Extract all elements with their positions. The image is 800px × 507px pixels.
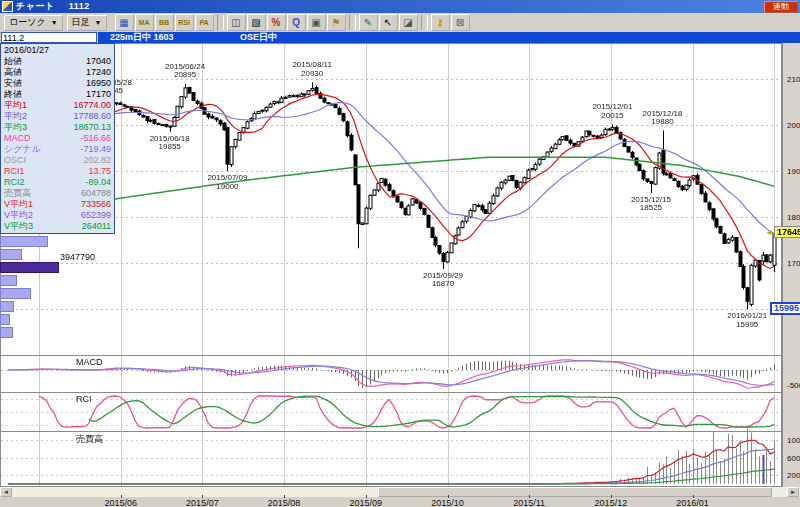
scrollbar-thumb[interactable] — [378, 487, 772, 497]
toolbar-icons: ▦MABBRSIPA◫▨%Q▣⚑✎↖◪⚷⊠ — [115, 14, 470, 31]
info-row-value: 17788.60 — [73, 111, 111, 122]
info-row-label: 売買高 — [4, 188, 31, 199]
chart-annotation: 2015/12/1819880 — [642, 110, 682, 127]
time-axis-tick — [284, 495, 285, 498]
vap-bar — [0, 249, 22, 260]
ma-indicator-icon[interactable]: MA — [135, 14, 154, 31]
time-axis-label: 2015/08 — [262, 498, 306, 507]
time-axis-tick — [448, 495, 449, 498]
dark-chart-icon[interactable]: ▨ — [247, 14, 266, 31]
cursor-icon[interactable]: ↖ — [379, 14, 398, 31]
zoom-icon[interactable]: Q — [287, 14, 306, 31]
info-row-value: 16774.00 — [73, 100, 111, 111]
pencil-icon[interactable]: ✎ — [359, 14, 378, 31]
info-row-value: 264011 — [82, 221, 111, 232]
pa-indicator-icon[interactable]: PA — [195, 14, 214, 31]
low-price-tag: 15995 — [770, 302, 800, 315]
toolbar-separator — [421, 15, 428, 30]
time-axis-label: 2015/07 — [180, 498, 224, 507]
period-label: 日足 — [72, 16, 90, 29]
chart-area[interactable]: 2016/01/27 始値17040高値17240安値16950終値17170平… — [0, 43, 782, 487]
time-axis-label: 2016/01 — [671, 498, 715, 507]
scroll-right-button[interactable]: ► — [787, 487, 799, 497]
info-row-value: 17240 — [86, 67, 111, 78]
price-axis-label: 17000 — [787, 259, 800, 268]
instrument-label: 225m日中 1603 — [110, 32, 174, 43]
macd-axis-label: -500 — [787, 381, 800, 390]
info-row: 終値17170 — [1, 89, 114, 100]
bb-indicator-icon[interactable]: BB — [155, 14, 174, 31]
vap-bar — [0, 236, 48, 247]
chart-annotation: 2015/12/0120015 — [592, 103, 632, 120]
symbol-input[interactable] — [1, 32, 97, 43]
eraser-icon[interactable]: ◪ — [399, 14, 418, 31]
window-title-text: チャート — [16, 1, 55, 11]
info-row: 平均116774.00 — [1, 100, 114, 111]
info-row-label: V平均1 — [4, 199, 33, 210]
info-row-value: -89.04 — [85, 177, 111, 188]
volume-axis-label: 600000 — [787, 454, 800, 463]
info-row-label: 平均2 — [4, 111, 27, 122]
vap-bar — [0, 314, 10, 325]
info-row: RCI113.75 — [1, 166, 114, 177]
compare-icon[interactable]: % — [267, 14, 286, 31]
frame-layout-icon[interactable]: ◫ — [227, 14, 246, 31]
vap-bar — [0, 275, 17, 286]
rsi-indicator-icon[interactable]: RSI — [175, 14, 194, 31]
chart-annotation: 2016/01/2115995 — [727, 312, 767, 329]
scroll-left-button[interactable]: ◄ — [0, 487, 12, 497]
link-toggle-button[interactable]: 連動 — [764, 1, 798, 13]
chart-type-label: ローソク — [9, 16, 46, 29]
info-row-value: 18670.13 — [73, 122, 111, 133]
chart-annotation: 2015/06/1819855 — [150, 135, 190, 152]
chart-window: チャート1112 連動 ローソク ▼ 日足 ▼ ▦MABBRSIPA◫▨%Q▣⚑… — [0, 0, 800, 507]
time-axis-tick — [121, 495, 122, 498]
instrument-bar: 225m日中 1603 OSE日中 — [98, 32, 800, 43]
snapshot-icon[interactable]: ▣ — [307, 14, 326, 31]
info-row-value: 17170 — [86, 89, 111, 100]
volume-axis-label: 200000 — [787, 471, 800, 480]
chart-annotation: 2015/12/1518525 — [631, 196, 671, 213]
info-row: V平均2652399 — [1, 210, 114, 221]
time-axis-tick — [693, 495, 694, 498]
info-row-value: 16950 — [86, 78, 111, 89]
info-row-value: 604788 — [81, 188, 111, 199]
key-icon[interactable]: ⚷ — [431, 14, 450, 31]
quote-info-panel: 2016/01/27 始値17040高値17240安値16950終値17170平… — [0, 43, 115, 234]
info-row-label: OSCI — [4, 155, 26, 166]
info-row-value: 17040 — [86, 56, 111, 67]
vap-bar — [0, 327, 13, 338]
chart-grid-icon[interactable]: ▦ — [115, 14, 134, 31]
info-row-label: 始値 — [4, 56, 22, 67]
info-rows: 始値17040高値17240安値16950終値17170平均116774.00平… — [1, 56, 114, 232]
chart-type-dropdown[interactable]: ローソク ▼ — [4, 15, 63, 31]
info-row-value: -516.66 — [80, 133, 111, 144]
info-row: 平均217788.60 — [1, 111, 114, 122]
info-row: V平均1733566 — [1, 199, 114, 210]
info-row-label: V平均3 — [4, 221, 33, 232]
time-axis-tick — [202, 495, 203, 498]
last-price-value: 17645 — [774, 226, 800, 238]
window-title: チャート1112 — [16, 0, 90, 13]
info-row: MACD-516.66 — [1, 133, 114, 144]
time-axis-tick — [366, 495, 367, 498]
info-row: シグナル-719.49 — [1, 144, 114, 155]
info-row: RCI2-89.04 — [1, 177, 114, 188]
no-draw-icon[interactable]: ⊠ — [451, 14, 470, 31]
quote-date: 2016/01/27 — [1, 45, 114, 56]
period-dropdown[interactable]: 日足 ▼ — [67, 15, 107, 31]
title-bar[interactable]: チャート1112 連動 — [0, 0, 800, 13]
chart-annotation: 2015/06/2420895 — [165, 63, 205, 80]
chart-annotation: 2015/08/1120930 — [292, 61, 331, 78]
time-axis-tick — [611, 495, 612, 498]
time-axis-label: 2015/11 — [507, 498, 551, 507]
vap-bar — [0, 288, 31, 299]
chevron-down-icon: ▼ — [51, 19, 58, 26]
info-row-label: RCI2 — [4, 177, 25, 188]
volume-axis-label: 1000000 — [787, 436, 800, 445]
info-row-label: V平均2 — [4, 210, 33, 221]
info-row-value: 13.75 — [88, 166, 111, 177]
flag-icon[interactable]: ⚑ — [327, 14, 346, 31]
info-row-label: RCI1 — [4, 166, 25, 177]
info-row-value: -719.49 — [80, 144, 111, 155]
